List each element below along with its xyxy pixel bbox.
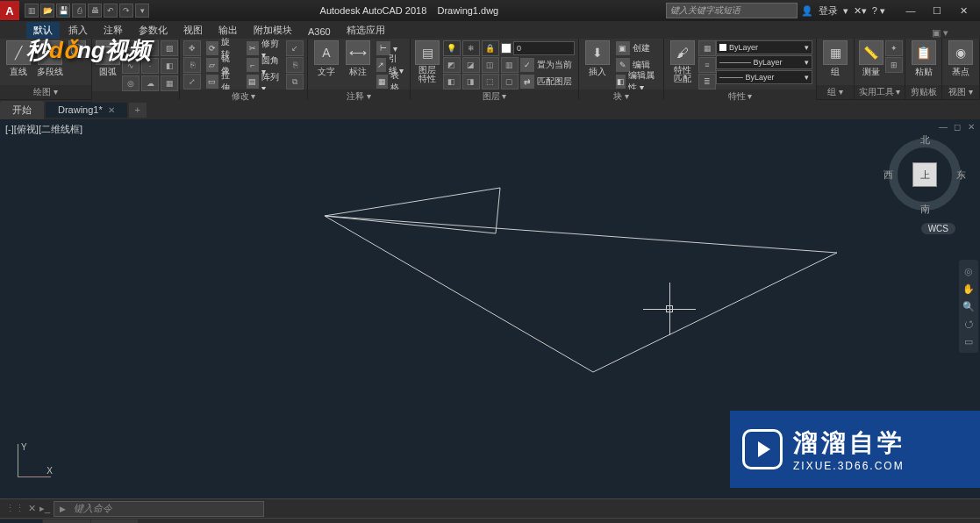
lt4-icon[interactable]: ▥ xyxy=(501,57,519,73)
tab-drawing1[interactable]: Drawing1*✕ xyxy=(46,102,127,118)
tab-default[interactable]: 默认 xyxy=(26,22,60,39)
app-logo-icon[interactable]: A xyxy=(0,1,19,20)
status-grid-icon[interactable]: ▦ xyxy=(612,520,629,524)
minimize-button[interactable]: — xyxy=(898,2,924,19)
line-button[interactable]: ╱直线 xyxy=(4,40,33,78)
rect-icon[interactable]: ▭ xyxy=(122,40,139,56)
prop-lweight-icon[interactable]: ≣ xyxy=(698,74,716,90)
setlayer-button[interactable]: ✓置为当前 xyxy=(520,57,572,73)
add-tab-button[interactable]: + xyxy=(129,102,147,118)
viewcube-south[interactable]: 南 xyxy=(920,203,930,216)
viewcube-east[interactable]: 东 xyxy=(956,168,966,182)
infocenter-icon[interactable]: 👤 xyxy=(801,5,813,17)
hatch-icon[interactable]: ▨ xyxy=(161,40,178,56)
status-annoscale-icon[interactable]: 🔒 xyxy=(843,520,861,524)
cmd-close-icon[interactable]: ✕ xyxy=(28,503,36,514)
scale-icon[interactable]: ↙ xyxy=(286,40,304,56)
status-ws-icon[interactable]: ⚙ xyxy=(882,520,899,524)
explode-icon[interactable]: ⧉ xyxy=(286,74,304,90)
region-icon[interactable]: ◧ xyxy=(161,58,178,74)
panel-view-title[interactable]: 视图 ▾ xyxy=(942,85,979,99)
qat-undo-icon[interactable]: ↶ xyxy=(104,4,118,18)
panel-util-title[interactable]: 实用工具 ▾ xyxy=(855,85,905,99)
nav-pan-icon[interactable]: ✋ xyxy=(961,281,976,297)
tab-parametric[interactable]: 参数化 xyxy=(132,22,175,39)
move-icon[interactable]: ✥ xyxy=(183,40,201,56)
status-iso-icon[interactable]: ◇ xyxy=(901,520,919,524)
qat-more-icon[interactable]: ▾ xyxy=(135,4,149,18)
offset-icon[interactable]: ⎘ xyxy=(286,57,304,73)
ucs-icon[interactable]: Y X xyxy=(14,446,49,481)
measure-button[interactable]: 📏测量 xyxy=(858,40,883,78)
lt2-icon[interactable]: ◪ xyxy=(462,57,480,73)
lt6-icon[interactable]: ◨ xyxy=(462,74,480,90)
revision-icon[interactable]: ☁ xyxy=(141,75,159,91)
qat-plot-icon[interactable]: 🖶 xyxy=(88,4,102,18)
circle-button[interactable]: ◯ xyxy=(67,40,88,58)
viewcube-face[interactable]: 上 xyxy=(912,162,937,187)
nav-show-icon[interactable]: ▭ xyxy=(961,333,976,349)
exchange-icon[interactable]: ✕▾ xyxy=(854,5,867,17)
status-3dosnap-icon[interactable]: ◈ xyxy=(727,520,745,524)
group-button[interactable]: ▦组 xyxy=(820,40,850,78)
panel-annot-title[interactable]: 注释 ▾ xyxy=(308,90,410,104)
layer-lock-icon[interactable]: 🔒 xyxy=(482,40,499,56)
copy-icon[interactable]: ⎘ xyxy=(183,57,201,73)
cmd-grip-icon[interactable]: ⋮⋮ xyxy=(5,503,25,514)
paste-button[interactable]: 📋粘贴 xyxy=(909,40,938,78)
util2-icon[interactable]: ⊞ xyxy=(885,57,903,73)
close-button[interactable]: ✕ xyxy=(950,2,976,19)
tab-insert[interactable]: 插入 xyxy=(61,22,95,39)
spline-icon[interactable]: ∿ xyxy=(122,58,139,74)
status-custom-icon[interactable]: ≡ xyxy=(959,520,976,524)
qat-redo-icon[interactable]: ↷ xyxy=(119,4,133,18)
tab-layout1[interactable]: 布局1 xyxy=(43,519,90,524)
status-osnap-icon[interactable]: ◻ xyxy=(708,520,726,524)
status-hw-icon[interactable]: ⬚ xyxy=(920,520,938,524)
text-button[interactable]: A文字 xyxy=(311,40,341,78)
qat-open-icon[interactable]: 📂 xyxy=(40,4,54,18)
prop-ltype-icon[interactable]: ≡ xyxy=(698,57,716,73)
util1-icon[interactable]: ✦ xyxy=(885,40,903,56)
cmd-recent-icon[interactable]: ▸_ xyxy=(39,503,50,514)
qat-save-icon[interactable]: 💾 xyxy=(56,4,70,18)
lt1-icon[interactable]: ◩ xyxy=(443,57,461,73)
panel-block-title[interactable]: 块 ▾ xyxy=(579,90,663,104)
close-tab-icon[interactable]: ✕ xyxy=(108,105,115,115)
layer-dropdown[interactable]: 0 xyxy=(513,41,575,55)
tab-a360[interactable]: A360 xyxy=(301,25,338,39)
status-cycle-icon[interactable]: ⟲ xyxy=(805,520,822,524)
layer-freeze-icon[interactable]: ❄ xyxy=(462,40,480,56)
base-button[interactable]: ◉基点 xyxy=(946,40,976,78)
color-dropdown[interactable]: ByLayer▾ xyxy=(716,40,812,54)
point-icon[interactable]: · xyxy=(141,58,159,74)
create-block-button[interactable]: ▣创建 xyxy=(614,40,660,56)
tab-layout2[interactable]: 布局2 xyxy=(91,519,139,524)
command-input[interactable]: 键入命令 xyxy=(54,501,264,517)
linetype-dropdown[interactable]: ———— ByLayer▾ xyxy=(716,55,812,69)
table-button[interactable]: ▦表格 xyxy=(375,74,406,90)
dim-button[interactable]: ⟷标注 xyxy=(343,40,373,78)
panel-group-title[interactable]: 组 ▾ xyxy=(817,85,854,99)
panel-props-title[interactable]: 特性 ▾ xyxy=(664,90,816,104)
status-annomon-icon[interactable]: 👁 xyxy=(824,520,841,524)
status-trans-icon[interactable]: ◐ xyxy=(785,520,803,524)
viewcube-west[interactable]: 西 xyxy=(883,168,893,182)
ribbon-expand-icon[interactable]: ▣ ▾ xyxy=(926,27,954,39)
panel-clip-title[interactable]: 剪贴板 xyxy=(905,85,941,99)
donut-icon[interactable]: ◎ xyxy=(122,75,139,91)
status-clean-icon[interactable]: ▢ xyxy=(940,520,957,524)
status-scale-icon[interactable]: 1:1 xyxy=(862,520,880,524)
insert-button[interactable]: ⬇插入 xyxy=(583,40,612,78)
prop-color-icon[interactable]: ▦ xyxy=(698,40,716,56)
ellipse-icon[interactable]: ⬭ xyxy=(141,40,159,56)
help-icon[interactable]: ? ▾ xyxy=(872,5,885,17)
polyline-button[interactable]: 〰多段线 xyxy=(35,40,65,78)
status-infer-icon[interactable]: ∟ xyxy=(650,520,668,524)
tab-annotate[interactable]: 注释 xyxy=(97,22,130,39)
panel-draw-title[interactable]: 绘图 ▾ xyxy=(0,85,91,99)
maximize-button[interactable]: ☐ xyxy=(924,2,950,19)
qat-new-icon[interactable]: ▥ xyxy=(25,4,39,18)
tab-featured[interactable]: 精选应用 xyxy=(340,22,392,39)
wcs-badge[interactable]: WCS xyxy=(921,223,955,234)
